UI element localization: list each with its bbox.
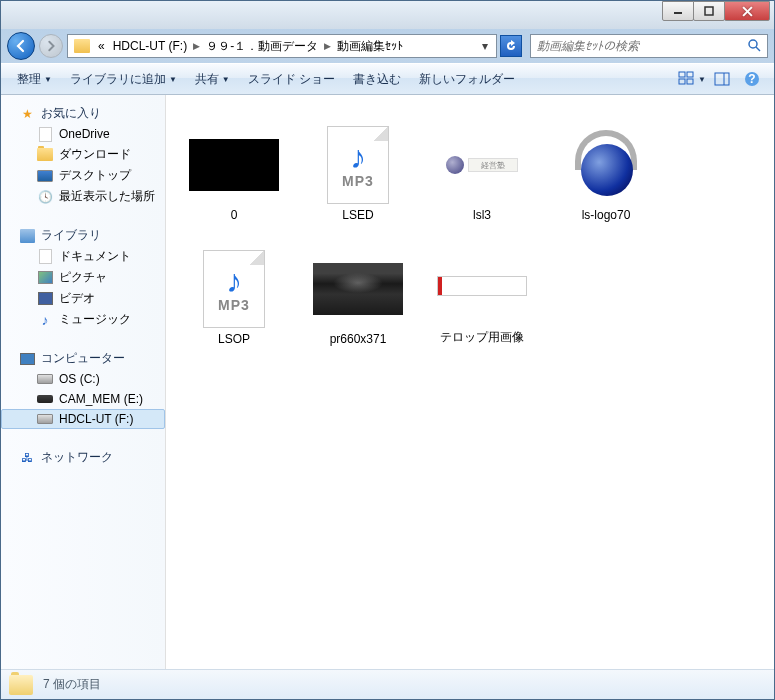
doc-icon — [37, 249, 53, 265]
doc-icon — [37, 126, 53, 142]
window-buttons — [663, 1, 770, 21]
toolbar: 整理▼ ライブラリに追加▼ 共有▼ スライド ショー 書き込む 新しいフォルダー… — [1, 63, 774, 95]
burn-label: 書き込む — [353, 71, 401, 88]
file-name-label: pr660x371 — [330, 332, 387, 346]
file-thumbnail: ♪MP3 — [313, 130, 403, 200]
drive-icon — [37, 371, 53, 387]
sidebar-item-label: OS (C:) — [59, 372, 100, 386]
dropdown-icon: ▼ — [222, 75, 230, 84]
share-menu[interactable]: 共有▼ — [187, 67, 238, 92]
sidebar-item-label: デスクトップ — [59, 167, 131, 184]
burn-button[interactable]: 書き込む — [345, 67, 409, 92]
add-to-library-menu[interactable]: ライブラリに追加▼ — [62, 67, 185, 92]
svg-text:?: ? — [748, 72, 755, 86]
chevron-right-icon[interactable]: ▶ — [322, 41, 333, 51]
libraries-label: ライブラリ — [41, 227, 101, 244]
favorites-label: お気に入り — [41, 105, 101, 122]
sidebar-item-label: ドキュメント — [59, 248, 131, 265]
file-name-label: LSOP — [218, 332, 250, 346]
drive-icon — [37, 411, 53, 427]
maximize-button[interactable] — [693, 1, 725, 21]
dropdown-icon: ▼ — [44, 75, 52, 84]
back-button[interactable] — [7, 32, 35, 60]
minimize-button[interactable] — [662, 1, 694, 21]
search-box[interactable] — [530, 34, 768, 58]
computer-icon — [19, 351, 35, 367]
breadcrumb-prefix[interactable]: « — [94, 39, 109, 53]
view-options-button[interactable]: ▼ — [678, 67, 706, 91]
file-thumbnail: 経営塾 — [437, 130, 527, 200]
address-dropdown[interactable]: ▾ — [476, 39, 494, 53]
sidebar-item-label: ミュージック — [59, 311, 131, 328]
file-item[interactable]: テロップ用画像 — [422, 231, 542, 351]
sidebar-item-drive-e[interactable]: CAM_MEM (E:) — [1, 389, 165, 409]
file-item[interactable]: ls-logo70 — [546, 107, 666, 227]
file-name-label: lsl3 — [473, 208, 491, 222]
file-item[interactable]: 0 — [174, 107, 294, 227]
slideshow-label: スライド ショー — [248, 71, 335, 88]
navigation-pane: ★お気に入り OneDrive ダウンロード デスクトップ 🕓最近表示した場所 … — [1, 95, 166, 669]
file-name-label: LSED — [342, 208, 373, 222]
sidebar-item-onedrive[interactable]: OneDrive — [1, 124, 165, 144]
address-bar[interactable]: « HDCL-UT (F:) ▶ ９９-１．動画データ ▶ 動画編集ｾｯﾄ ▾ — [67, 34, 497, 58]
search-icon[interactable] — [747, 38, 761, 55]
breadcrumb-part[interactable]: HDCL-UT (F:) — [109, 39, 191, 53]
sidebar-item-drive-f[interactable]: HDCL-UT (F:) — [1, 409, 165, 429]
sidebar-item-drive-c[interactable]: OS (C:) — [1, 369, 165, 389]
desktop-icon — [37, 168, 53, 184]
search-input[interactable] — [537, 39, 747, 53]
new-folder-button[interactable]: 新しいフォルダー — [411, 67, 523, 92]
sidebar-item-documents[interactable]: ドキュメント — [1, 246, 165, 267]
svg-rect-8 — [679, 79, 685, 84]
video-icon — [37, 291, 53, 307]
library-label: ライブラリに追加 — [70, 71, 166, 88]
sidebar-item-label: 最近表示した場所 — [59, 188, 155, 205]
picture-icon — [37, 270, 53, 286]
sidebar-item-videos[interactable]: ビデオ — [1, 288, 165, 309]
forward-button[interactable] — [39, 34, 63, 58]
sidebar-network-header[interactable]: 🖧ネットワーク — [1, 447, 165, 468]
newfolder-label: 新しいフォルダー — [419, 71, 515, 88]
sidebar-item-recent[interactable]: 🕓最近表示した場所 — [1, 186, 165, 207]
dropdown-icon: ▼ — [169, 75, 177, 84]
folder-icon — [37, 147, 53, 163]
slideshow-button[interactable]: スライド ショー — [240, 67, 343, 92]
sidebar-item-desktop[interactable]: デスクトップ — [1, 165, 165, 186]
file-item[interactable]: ♪MP3LSED — [298, 107, 418, 227]
status-bar: 7 個の項目 — [1, 669, 774, 699]
sidebar-item-downloads[interactable]: ダウンロード — [1, 144, 165, 165]
sidebar-item-label: ビデオ — [59, 290, 95, 307]
titlebar — [1, 1, 774, 29]
refresh-button[interactable] — [500, 35, 522, 57]
preview-pane-button[interactable] — [708, 67, 736, 91]
organize-label: 整理 — [17, 71, 41, 88]
close-button[interactable] — [724, 1, 770, 21]
sidebar-computer-header[interactable]: コンピューター — [1, 348, 165, 369]
file-item[interactable]: ♪MP3LSOP — [174, 231, 294, 351]
file-item[interactable]: 経営塾lsl3 — [422, 107, 542, 227]
status-text: 7 個の項目 — [43, 676, 101, 693]
sidebar-item-label: CAM_MEM (E:) — [59, 392, 143, 406]
breadcrumb-part[interactable]: ９９-１．動画データ — [202, 38, 322, 55]
chevron-right-icon[interactable]: ▶ — [191, 41, 202, 51]
sidebar-item-label: ピクチャ — [59, 269, 107, 286]
file-name-label: テロップ用画像 — [440, 329, 524, 346]
navigation-bar: « HDCL-UT (F:) ▶ ９９-１．動画データ ▶ 動画編集ｾｯﾄ ▾ — [1, 29, 774, 63]
sidebar-item-music[interactable]: ♪ミュージック — [1, 309, 165, 330]
breadcrumb-part[interactable]: 動画編集ｾｯﾄ — [333, 38, 407, 55]
file-thumbnail — [561, 130, 651, 200]
network-icon: 🖧 — [19, 450, 35, 466]
sidebar-libraries-header[interactable]: ライブラリ — [1, 225, 165, 246]
svg-rect-7 — [687, 72, 693, 77]
help-button[interactable]: ? — [738, 67, 766, 91]
sidebar-item-pictures[interactable]: ピクチャ — [1, 267, 165, 288]
network-label: ネットワーク — [41, 449, 113, 466]
svg-rect-1 — [705, 7, 713, 15]
dropdown-icon: ▼ — [698, 75, 706, 84]
file-item[interactable]: pr660x371 — [298, 231, 418, 351]
file-list[interactable]: 0♪MP3LSED経営塾lsl3ls-logo70♪MP3LSOPpr660x3… — [166, 95, 774, 669]
file-name-label: ls-logo70 — [582, 208, 631, 222]
organize-menu[interactable]: 整理▼ — [9, 67, 60, 92]
svg-rect-9 — [687, 79, 693, 84]
sidebar-favorites-header[interactable]: ★お気に入り — [1, 103, 165, 124]
